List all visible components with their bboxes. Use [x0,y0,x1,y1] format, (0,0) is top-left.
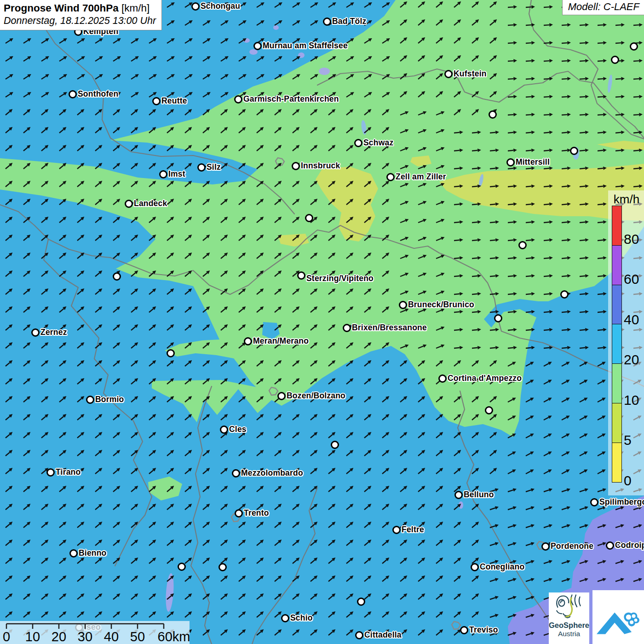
city-label: Schio [290,613,313,623]
city-marker-icon [69,549,78,558]
city-marker-icon [292,162,300,170]
legend-swatch-10 [612,363,622,404]
city-marker-icon [386,173,395,181]
title-unit: [km/h] [119,2,150,14]
city-label: Kufstein [454,69,487,79]
geosphere-logo-subtext: Austria [549,630,589,638]
city-marker-icon [178,563,186,571]
city-marker-icon [234,95,242,104]
legend-swatch-60 [612,245,622,286]
wind-forecast-map: SchongauBad TölzKemptenMurnau am Staffel… [0,0,644,644]
city-marker-icon [323,17,331,26]
legend-value: 5 [624,433,632,447]
city-label: Cortina d'Ampezzo [448,374,522,383]
city-marker-icon [220,426,228,434]
legend-swatch-20 [612,324,622,364]
city-label: Bormio [95,395,124,404]
city-label: Conegliano [480,562,524,572]
city-label: Pordenone [551,541,593,551]
legend-unit-label: km/h [610,192,643,207]
city-marker-icon [253,42,262,50]
legend-value: 40 [624,313,639,327]
city-marker-icon [343,324,351,332]
scale-label: 60km [158,629,190,644]
city-marker-icon [277,392,286,400]
legend-color-bar [612,206,622,483]
city-label: Schwaz [363,138,393,148]
city-marker-icon [218,563,227,571]
city-label: Bienno [79,548,107,558]
scale-label: 10 [25,629,40,644]
legend-swatch-0 [612,443,622,483]
city-marker-icon [31,328,40,337]
city-marker-icon [244,337,252,345]
city-marker-icon [305,214,313,222]
scale-label: 0 [3,629,10,644]
legend-swatch-5 [612,403,622,443]
city-marker-icon [357,598,365,606]
city-label: Codroipo [615,540,644,550]
city-label: Treviso [469,625,498,635]
city-marker-icon [518,241,527,249]
forecast-datetime: Donnerstag, 18.12.2025 13:00 Uhr [4,15,156,28]
geosphere-logo: GeoSphere Austria [549,592,589,644]
city-marker-icon [392,526,401,534]
city-label: Tirano [56,467,80,477]
city-marker-icon [630,42,638,51]
geosphere-logo-text: GeoSphere [549,621,589,630]
legend-value: 60 [624,272,639,286]
city-marker-icon [113,272,121,281]
legend-swatch-40 [612,285,622,325]
city-marker-icon [69,90,77,98]
legend-value: 80 [624,232,639,246]
city-marker-icon [159,170,167,178]
city-marker-icon [454,491,463,499]
city-label: Murnau am Staffelsee [263,41,348,51]
city-marker-icon [197,163,206,172]
scale-label: 20 [52,629,66,644]
city-label: Feltre [402,525,424,535]
city-marker-icon [570,147,578,155]
city-label: Cittadella [364,630,402,640]
city-marker-icon [86,396,94,404]
city-label: Garmisch-Partenkirchen [243,94,339,104]
city-label: Innsbruck [301,161,340,171]
city-marker-icon [152,97,161,105]
city-label: Silz [207,162,221,172]
city-marker-icon [444,70,453,78]
legend-value: 10 [624,393,639,407]
scale-label: 40 [104,629,119,644]
city-label: Sterzing/Vipiteno [306,274,374,283]
city-label: Bozen/Bolzano [287,391,345,401]
forecast-title-box: Prognose Wind 700hPa [km/h] Donnerstag, … [0,0,162,30]
scale-label: 50 [130,629,145,644]
city-marker-icon [471,563,479,571]
city-marker-icon [485,406,493,414]
city-marker-icon [167,349,175,357]
city-label: Trento [244,508,269,518]
city-label: Zell am Ziller [396,172,446,182]
city-marker-icon [399,301,407,309]
city-label: Zernez [40,328,67,337]
legend-value: 0 [624,474,632,488]
city-marker-icon [489,110,497,119]
legend-swatch-80 [612,206,622,246]
forecast-title: Prognose Wind 700hPa [km/h] [4,1,156,15]
geosphere-contour-icon [552,592,586,620]
city-marker-icon [331,441,339,449]
city-marker-icon [541,542,550,551]
city-label: Schongau [201,1,240,11]
legend-value: 20 [624,353,639,367]
city-marker-icon [506,158,515,167]
city-marker-icon [606,541,614,550]
city-label: Mittersill [516,157,550,167]
scale-label: 30 [78,629,92,644]
city-marker-icon [125,200,133,208]
model-label: Modell: C-LAEF [562,0,644,15]
city-marker-icon [590,498,598,506]
city-label: Spilimbergo [599,497,644,507]
city-label: Sonthofen [78,89,118,99]
bergfex-mountain-cloud-icon [592,590,644,644]
city-marker-icon [191,2,200,11]
city-marker-icon [460,626,468,634]
